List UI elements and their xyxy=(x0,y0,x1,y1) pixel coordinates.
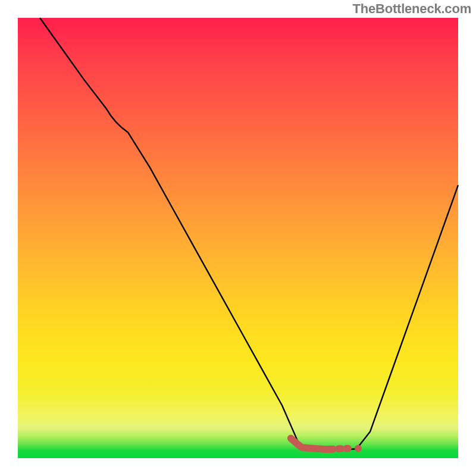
accent-segment-solid-head xyxy=(291,439,326,450)
chart-container xyxy=(0,0,476,476)
watermark-text: TheBottleneck.com xyxy=(352,1,471,17)
accent-trailing-dot xyxy=(355,445,362,452)
curve-layer xyxy=(18,18,458,458)
accent-segment-dashed xyxy=(326,449,348,449)
black-curve xyxy=(40,18,458,449)
plot-area xyxy=(18,18,458,458)
